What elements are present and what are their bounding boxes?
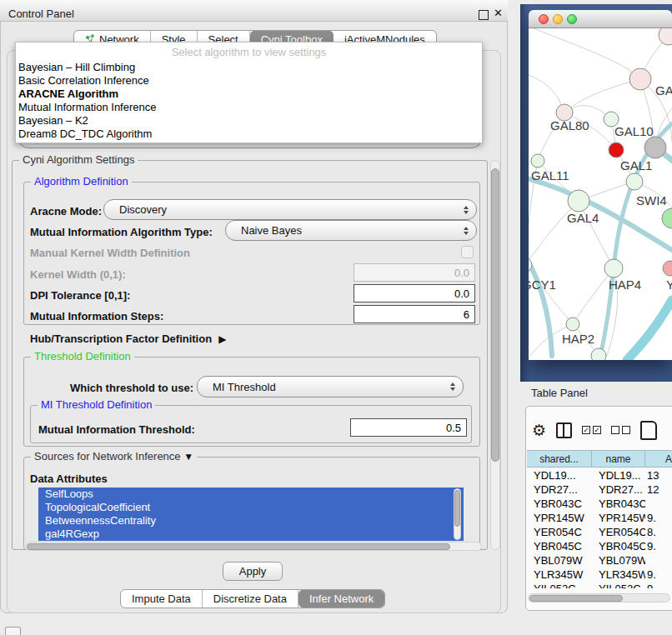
close-traffic-light-icon[interactable] (539, 14, 549, 24)
attributes-list-scrollbar-thumb[interactable] (454, 490, 460, 527)
network-node-swi4[interactable] (662, 208, 672, 228)
mi-type-value: Naive Bayes (241, 224, 302, 237)
network-edge[interactable] (564, 79, 640, 112)
data-attributes-list: SelfLoopsTopologicalCoefficientBetweenne… (38, 488, 464, 541)
deselect-all-icon[interactable] (611, 426, 630, 434)
columns-icon[interactable] (556, 422, 572, 438)
apply-button[interactable]: Apply (223, 562, 283, 581)
table-row[interactable]: YBR043CYBR043C (527, 497, 672, 511)
attribute-item-topologicalcoefficient[interactable]: TopologicalCoefficient (38, 501, 464, 514)
mi-threshold-definition-title: MI Threshold Definition (38, 398, 155, 411)
table-cell: 13 (645, 468, 672, 482)
manual-kernel-checkbox[interactable] (461, 246, 474, 258)
mi-steps-field[interactable]: 6 (354, 305, 475, 323)
control-panel-titlebar[interactable] (0, 0, 508, 22)
network-graph[interactable]: GALGAL80GAL10GAL1GAL11SWI4GAL4GCY1HAP4YH… (529, 28, 672, 360)
network-node-gal4[interactable] (568, 190, 589, 212)
algorithm-option-dream8-dc-tdc-algorithm[interactable]: Dream8 DC_TDC Algorithm (16, 128, 482, 141)
zoom-traffic-light-icon[interactable] (567, 14, 577, 24)
bottom-tab-strip: Impute DataDiscretize DataInfer Network (120, 589, 385, 608)
node-label-swi4: SWI4 (636, 193, 667, 208)
column-header-name[interactable]: name (592, 451, 645, 467)
network-node-hap2[interactable] (566, 318, 579, 331)
algorithm-option-basic-correlation-inference[interactable]: Basic Correlation Inference (16, 74, 482, 88)
table-cell: YBR043C (592, 497, 645, 511)
network-node[interactable] (591, 348, 606, 360)
network-node[interactable] (609, 142, 624, 158)
table-row[interactable]: YLR345WYLR345W9. (527, 568, 672, 582)
aracne-mode-combo[interactable]: Discovery (103, 199, 477, 220)
collapse-down-icon[interactable]: ▼ (183, 451, 193, 462)
algorithm-option-mutual-information-inference[interactable]: Mutual Information Inference (16, 101, 482, 114)
hub-definition-toggle[interactable]: Hub/Transcription Factor Definition ▶ (30, 332, 226, 345)
which-threshold-combo[interactable]: MI Threshold (197, 376, 464, 398)
network-node[interactable] (644, 137, 666, 158)
table-row[interactable]: YBL079WYBL079W (527, 553, 672, 568)
network-edge[interactable] (529, 177, 672, 250)
settings-hscrollbar-thumb[interactable] (27, 543, 450, 550)
network-node-gal[interactable] (629, 68, 651, 90)
table-hscrollbar-thumb[interactable] (529, 595, 623, 602)
tab-impute-data[interactable]: Impute Data (121, 590, 203, 608)
attribute-item-betweennesscentrality[interactable]: BetweennessCentrality (38, 514, 464, 528)
algorithm-option-aracne-algorithm[interactable]: ARACNE Algorithm (16, 88, 482, 101)
table-cell: 12 (645, 482, 672, 497)
table-cell: YBR045C (592, 539, 645, 553)
mi-type-combo[interactable]: Naive Bayes (225, 220, 477, 241)
table-cell: YIL052C (592, 582, 645, 588)
column-header-shared[interactable]: shared... (527, 451, 592, 467)
node-label-gal1: GAL1 (620, 158, 652, 172)
network-node-y[interactable] (663, 261, 672, 276)
minimized-panel-icon[interactable] (5, 627, 21, 635)
new-table-icon[interactable] (640, 421, 657, 440)
algorithm-option-bayesian-k2[interactable]: Bayesian – K2 (16, 114, 482, 128)
table-cell: YDL19... (527, 468, 592, 482)
network-edge[interactable] (534, 28, 640, 79)
network-node[interactable] (659, 28, 672, 45)
network-edge[interactable] (627, 300, 672, 360)
panel-title: Control Panel (8, 8, 74, 20)
collapse-right-icon[interactable]: ▶ (218, 333, 226, 345)
table-cell: YBR043C (527, 497, 592, 511)
table-cell: YDR27... (592, 482, 645, 497)
attribute-item-selfloops[interactable]: SelfLoops (38, 488, 464, 501)
kernel-width-field[interactable]: 0.0 (354, 263, 475, 282)
minimize-traffic-light-icon[interactable] (553, 14, 563, 24)
close-icon[interactable]: ✕ (494, 7, 503, 19)
sources-title[interactable]: Sources for Network Inference ▼ (31, 450, 197, 462)
sources-title-text: Sources for Network Inference (34, 450, 181, 462)
table-row[interactable]: YPR145WYPR145W9. (527, 511, 672, 525)
table-row[interactable]: YDR27...YDR27...12 (527, 482, 672, 497)
table-row[interactable]: YER054CYER054C8. (527, 525, 672, 539)
table-cell: 9. (645, 582, 672, 588)
network-window[interactable]: GALGAL80GAL10GAL1GAL11SWI4GAL4GCY1HAP4YH… (529, 10, 672, 360)
network-node-hap4[interactable] (604, 259, 623, 278)
table-row[interactable]: YBR045CYBR045C9. (527, 539, 672, 553)
combo-stepper-icon (464, 227, 469, 235)
table-header: shared...nameA (527, 450, 672, 468)
gear-icon[interactable]: ⚙ (532, 422, 546, 438)
node-label-gcy1: GCY1 (529, 278, 556, 292)
manual-kernel-label: Manual Kernel Width Definition (30, 247, 190, 259)
column-header-a[interactable]: A (645, 451, 672, 467)
node-label-gal10: GAL10 (614, 124, 654, 138)
algorithm-dropdown-popup: Select algorithm to view settings Bayesi… (15, 42, 483, 143)
network-window-titlebar[interactable] (529, 10, 672, 28)
combo-stepper-icon (450, 382, 455, 391)
settings-scrollbar-thumb[interactable] (491, 168, 499, 462)
network-node-gal11[interactable] (531, 154, 544, 168)
network-node-gal1[interactable] (626, 173, 643, 190)
network-canvas[interactable]: GALGAL80GAL10GAL1GAL11SWI4GAL4GCY1HAP4YH… (529, 28, 672, 360)
attribute-item-gal4rgexp[interactable]: gal4RGexp (38, 528, 464, 541)
table-cell: YLR345W (592, 568, 645, 582)
float-window-icon[interactable] (479, 10, 489, 20)
mi-threshold-field[interactable]: 0.5 (350, 418, 467, 437)
select-all-icon[interactable]: ✓ ✓ (582, 426, 601, 434)
table-row[interactable]: YDL19...YDL19...13 (527, 468, 672, 482)
tab-discretize-data[interactable]: Discretize Data (203, 590, 298, 608)
tab-infer-network[interactable]: Infer Network (298, 590, 384, 608)
table-row[interactable]: YIL052CYIL052C9. (527, 582, 672, 588)
dpi-tolerance-field[interactable]: 0.0 (354, 284, 475, 302)
table-cell: YLR345W (527, 568, 592, 582)
algorithm-option-bayesian-hill-climbing[interactable]: Bayesian – Hill Climbing (16, 61, 482, 74)
